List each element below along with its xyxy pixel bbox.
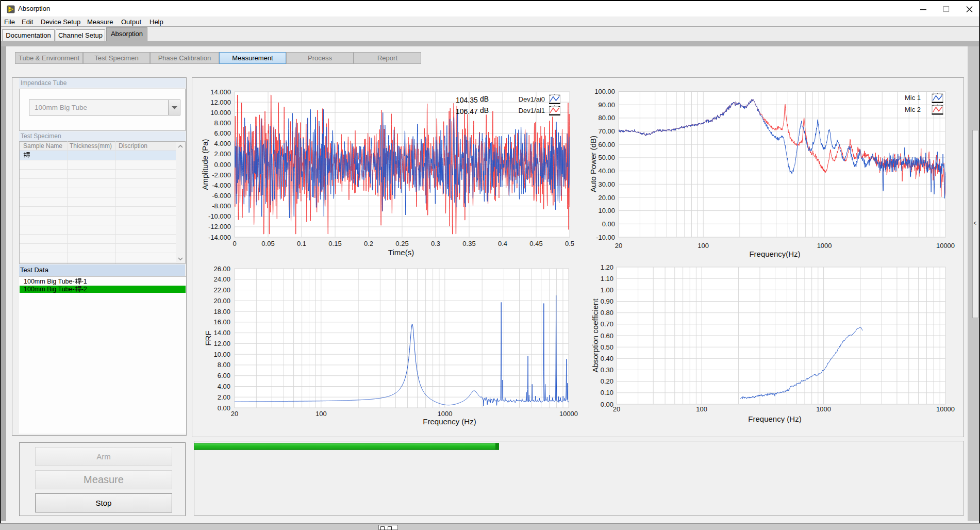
svg-text:16.00: 16.00 [213, 318, 230, 326]
svg-text:-10.00: -10.00 [596, 234, 615, 241]
svg-text:0.45: 0.45 [529, 240, 542, 247]
svg-text:0.4: 0.4 [498, 240, 507, 247]
svg-text:Absorption coefficient: Absorption coefficient [591, 299, 600, 373]
svg-text:0.10: 0.10 [601, 389, 613, 396]
svg-text:Dev1/ai1: Dev1/ai1 [519, 107, 545, 114]
svg-text:0.00: 0.00 [602, 220, 615, 228]
svg-text:0.50: 0.50 [601, 343, 613, 351]
svg-text:-8.000: -8.000 [212, 202, 231, 210]
svg-text:106.47: 106.47 [456, 107, 478, 115]
svg-text:10.00: 10.00 [598, 207, 615, 214]
svg-text:0.40: 0.40 [601, 355, 613, 362]
svg-text:Frequency(Hz): Frequency(Hz) [749, 250, 800, 258]
svg-text:0.5: 0.5 [565, 240, 574, 247]
svg-text:80.00: 80.00 [598, 114, 615, 122]
svg-text:0.05: 0.05 [261, 240, 274, 247]
svg-text:8.000: 8.000 [214, 119, 231, 127]
svg-text:30.00: 30.00 [598, 180, 615, 188]
svg-text:4.000: 4.000 [214, 140, 231, 147]
svg-text:0.00: 0.00 [218, 404, 230, 412]
svg-text:22.00: 22.00 [213, 286, 230, 294]
svg-text:24.00: 24.00 [213, 275, 230, 283]
svg-text:0.80: 0.80 [601, 309, 613, 317]
svg-text:100.00: 100.00 [594, 88, 615, 95]
svg-text:1000: 1000 [817, 242, 832, 250]
svg-text:8.00: 8.00 [218, 361, 230, 369]
svg-text:10000: 10000 [559, 410, 578, 418]
svg-text:0.20: 0.20 [601, 377, 613, 385]
svg-text:-4.000: -4.000 [212, 181, 231, 189]
svg-text:12.00: 12.00 [213, 340, 230, 347]
svg-text:FRF: FRF [204, 330, 212, 345]
svg-text:12.000: 12.000 [210, 98, 231, 106]
svg-text:18.00: 18.00 [213, 308, 230, 316]
svg-text:20: 20 [231, 410, 238, 418]
svg-text:Auto Power (dB): Auto Power (dB) [589, 136, 597, 192]
svg-text:20.00: 20.00 [213, 297, 230, 305]
svg-text:14.000: 14.000 [210, 88, 231, 96]
svg-text:Frequency (Hz): Frequency (Hz) [423, 417, 476, 426]
svg-text:0.000: 0.000 [214, 161, 231, 169]
svg-text:2.00: 2.00 [218, 393, 230, 401]
svg-text:10000: 10000 [936, 405, 955, 413]
svg-text:40.00: 40.00 [598, 167, 615, 175]
svg-text:20: 20 [613, 405, 620, 413]
svg-text:-12.000: -12.000 [208, 223, 231, 230]
svg-text:1.00: 1.00 [601, 286, 613, 294]
svg-text:0.3: 0.3 [431, 240, 440, 247]
svg-text:-10.000: -10.000 [208, 212, 231, 220]
svg-text:26.00: 26.00 [213, 265, 230, 273]
svg-text:0.90: 0.90 [601, 297, 613, 305]
svg-text:-2.000: -2.000 [212, 171, 231, 179]
svg-text:14.00: 14.00 [213, 329, 230, 337]
svg-text:Mic 2: Mic 2 [905, 106, 921, 113]
svg-text:Mic 1: Mic 1 [905, 94, 921, 102]
svg-text:Amplitude (Pa): Amplitude (Pa) [201, 139, 209, 190]
svg-text:dB: dB [480, 95, 489, 103]
svg-text:6.000: 6.000 [214, 129, 231, 137]
svg-text:Frequency (Hz): Frequency (Hz) [748, 415, 801, 423]
svg-text:2.000: 2.000 [214, 150, 231, 158]
svg-text:10000: 10000 [936, 242, 955, 250]
svg-text:Time(s): Time(s) [388, 248, 414, 257]
svg-text:6.00: 6.00 [218, 372, 230, 379]
svg-text:20.00: 20.00 [598, 194, 615, 202]
svg-text:0.60: 0.60 [601, 332, 613, 340]
svg-text:0.30: 0.30 [601, 366, 613, 374]
svg-text:Dev1/ai0: Dev1/ai0 [519, 95, 545, 103]
svg-text:0: 0 [232, 240, 236, 247]
svg-text:100: 100 [696, 405, 707, 413]
svg-text:0.2: 0.2 [364, 240, 373, 247]
svg-text:0.35: 0.35 [462, 240, 475, 247]
svg-text:1000: 1000 [816, 405, 831, 413]
svg-text:104.35: 104.35 [456, 96, 478, 104]
svg-text:-6.000: -6.000 [212, 192, 231, 200]
svg-text:0.70: 0.70 [601, 320, 613, 328]
svg-text:1.10: 1.10 [601, 275, 613, 283]
svg-text:1000: 1000 [437, 410, 452, 418]
svg-text:10.00: 10.00 [213, 351, 230, 358]
svg-text:90.00: 90.00 [598, 101, 615, 109]
svg-text:20: 20 [615, 242, 622, 250]
svg-text:50.00: 50.00 [598, 154, 615, 161]
svg-text:0.1: 0.1 [297, 240, 306, 247]
svg-text:60.00: 60.00 [598, 141, 615, 148]
svg-text:10.000: 10.000 [210, 109, 231, 117]
svg-text:100: 100 [315, 410, 327, 418]
svg-text:0.25: 0.25 [395, 240, 408, 247]
svg-text:0.15: 0.15 [328, 240, 341, 247]
svg-text:0.00: 0.00 [601, 401, 613, 408]
svg-text:1.20: 1.20 [601, 263, 613, 271]
svg-text:4.00: 4.00 [218, 383, 230, 390]
svg-text:dB: dB [480, 106, 489, 114]
svg-text:-14.000: -14.000 [208, 234, 231, 241]
svg-text:70.00: 70.00 [598, 127, 615, 135]
svg-text:100: 100 [697, 242, 709, 250]
